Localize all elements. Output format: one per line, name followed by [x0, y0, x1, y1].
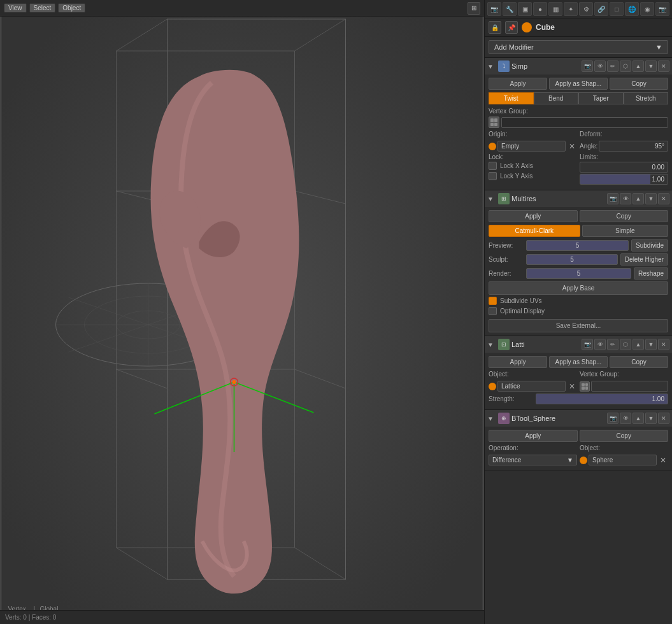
- latti-object-clear[interactable]: ✕: [567, 381, 577, 392]
- multires-simple-btn[interactable]: Simple: [582, 225, 669, 237]
- latti-collapse[interactable]: ▼: [487, 341, 496, 348]
- btool-object-clear[interactable]: ✕: [658, 455, 668, 465]
- simp-viewport-icon[interactable]: 👁: [594, 60, 606, 72]
- multires-apply-button[interactable]: Apply: [489, 210, 578, 222]
- multires-optimal-display-row: Optimal Display: [489, 307, 668, 315]
- tab-bend[interactable]: Bend: [534, 92, 579, 104]
- object-data-icon[interactable]: ▣: [518, 2, 532, 16]
- multires-subdivide-btn[interactable]: Subdivide: [631, 239, 668, 252]
- multires-delete-icon[interactable]: ✕: [658, 193, 669, 204]
- modifier-simp: ▼ ⤵ Simp 📷 👁 ✏ ⬡ ▲ ▼ ✕ Apply Apply as Sh…: [485, 58, 672, 190]
- latti-render-icon[interactable]: 📷: [582, 339, 593, 350]
- multires-delete-higher-btn[interactable]: Delete Higher: [620, 253, 668, 266]
- btool-down-icon[interactable]: ▼: [645, 413, 657, 424]
- btool-object-value[interactable]: Sphere: [589, 455, 657, 465]
- latti-cage-icon[interactable]: ⬡: [620, 339, 631, 350]
- multires-render-value[interactable]: 5: [526, 268, 631, 279]
- object-menu[interactable]: Object: [58, 3, 85, 13]
- tab-stretch[interactable]: Stretch: [624, 92, 669, 104]
- multires-catmull-clark-btn[interactable]: Catmull-Clark: [489, 225, 580, 237]
- multires-viewport-icon[interactable]: 👁: [620, 193, 631, 204]
- add-modifier-button[interactable]: Add Modifier ▼: [489, 40, 668, 54]
- latti-delete-icon[interactable]: ✕: [658, 339, 669, 350]
- latti-object-value[interactable]: Lattice: [497, 381, 566, 392]
- pin-icon-btn[interactable]: 📌: [505, 21, 518, 34]
- multires-save-external-btn[interactable]: Save External...: [489, 319, 668, 332]
- scene-icon[interactable]: 🌐: [625, 2, 639, 16]
- btool-delete-icon[interactable]: ✕: [658, 413, 669, 424]
- wrench-icon[interactable]: 🔧: [503, 2, 517, 16]
- simp-up-icon[interactable]: ▲: [633, 60, 644, 72]
- multires-render-icon[interactable]: 📷: [607, 193, 618, 204]
- btool-up-icon[interactable]: ▲: [633, 413, 644, 424]
- particles-icon[interactable]: ✦: [564, 2, 578, 16]
- multires-type-icon: ⊞: [498, 193, 510, 204]
- latti-apply-as-shape-button[interactable]: Apply as Shap...: [549, 356, 608, 368]
- multires-up-icon[interactable]: ▲: [633, 193, 644, 204]
- simp-copy-button[interactable]: Copy: [610, 78, 668, 90]
- lock-icon-btn[interactable]: 🔒: [489, 21, 501, 34]
- tab-taper[interactable]: Taper: [578, 92, 624, 104]
- simp-render-icon[interactable]: 📷: [582, 60, 593, 72]
- texture-icon[interactable]: ▦: [548, 2, 562, 16]
- btool-operation-select[interactable]: Difference ▼: [489, 455, 577, 465]
- multires-preview-value[interactable]: 5: [526, 240, 629, 251]
- multires-render-row: Render: 5 Reshape: [489, 267, 668, 280]
- add-modifier-arrow: ▼: [655, 43, 662, 51]
- camera-icon[interactable]: 📷: [487, 2, 501, 16]
- render-icon[interactable]: 📷: [655, 2, 669, 16]
- latti-copy-button[interactable]: Copy: [610, 356, 668, 368]
- btool-viewport-icon[interactable]: 👁: [620, 413, 631, 424]
- btool-name: BTool_Sphere: [511, 415, 605, 422]
- simp-origin-value[interactable]: Empty: [497, 141, 566, 152]
- simp-origin-clear[interactable]: ✕: [567, 141, 577, 152]
- simp-apply-as-shape-button[interactable]: Apply as Shap...: [549, 78, 608, 90]
- latti-down-icon[interactable]: ▼: [645, 339, 657, 350]
- simp-lock-limits-row: Lock: Lock X Axis Lock Y Axis Limits: 0.…: [489, 153, 668, 185]
- latti-edit-icon[interactable]: ✏: [607, 339, 618, 350]
- multires-preview-label: Preview:: [489, 242, 524, 249]
- latti-strength-value[interactable]: 1.00: [536, 394, 668, 404]
- multires-copy-button[interactable]: Copy: [580, 210, 669, 222]
- latti-apply-button[interactable]: Apply: [489, 356, 547, 368]
- multires-collapse[interactable]: ▼: [487, 195, 496, 202]
- simp-lock-y-check[interactable]: [489, 172, 497, 180]
- btool-copy-button[interactable]: Copy: [580, 430, 669, 442]
- multires-apply-base-btn[interactable]: Apply Base: [489, 281, 668, 295]
- simp-collapse[interactable]: ▼: [487, 63, 496, 70]
- btool-apply-button[interactable]: Apply: [489, 430, 578, 442]
- multires-down-icon[interactable]: ▼: [645, 193, 657, 204]
- simp-down-icon[interactable]: ▼: [645, 60, 657, 72]
- view-menu[interactable]: View: [4, 3, 27, 13]
- multires-subdiv-uvs-check[interactable]: ✓: [489, 297, 497, 305]
- latti-vg-input[interactable]: [591, 381, 668, 392]
- btool-collapse[interactable]: ▼: [487, 415, 496, 422]
- viewport-maximize[interactable]: ⊞: [468, 2, 480, 15]
- tab-twist[interactable]: Twist: [489, 92, 534, 104]
- physics-icon[interactable]: ⚙: [579, 2, 593, 16]
- btool-render-icon[interactable]: 📷: [607, 413, 618, 424]
- simp-cage-icon[interactable]: ⬡: [620, 60, 631, 72]
- simp-limit-high[interactable]: 1.00: [580, 174, 668, 185]
- select-menu[interactable]: Select: [29, 3, 56, 13]
- simp-type-icon: ⤵: [498, 60, 510, 72]
- multires-sculpt-value[interactable]: 5: [526, 254, 618, 265]
- simp-limit-low[interactable]: 0.00: [580, 162, 668, 173]
- viewport[interactable]: Vertex | Global View Select Object ⊞ Ver…: [0, 0, 484, 624]
- simp-lock-x-check[interactable]: [489, 162, 497, 170]
- multires-reshape-btn[interactable]: Reshape: [634, 267, 668, 280]
- latti-up-icon[interactable]: ▲: [633, 339, 644, 350]
- material-icon[interactable]: ●: [533, 2, 547, 16]
- simp-edit-icon[interactable]: ✏: [607, 60, 618, 72]
- multires-optimal-display-check[interactable]: [489, 307, 497, 315]
- world-icon[interactable]: ◉: [640, 2, 654, 16]
- simp-lock-x-label: Lock X Axis: [500, 162, 533, 169]
- simp-apply-button[interactable]: Apply: [489, 78, 547, 90]
- simp-delete-icon[interactable]: ✕: [658, 60, 669, 72]
- object-properties-icon[interactable]: □: [610, 2, 624, 16]
- multires-optimal-display-label: Optimal Display: [500, 308, 545, 315]
- simp-angle-value[interactable]: 95°: [599, 141, 668, 152]
- latti-viewport-icon[interactable]: 👁: [594, 339, 606, 350]
- constraints-icon[interactable]: 🔗: [594, 2, 608, 16]
- simp-vg-input[interactable]: [501, 117, 668, 128]
